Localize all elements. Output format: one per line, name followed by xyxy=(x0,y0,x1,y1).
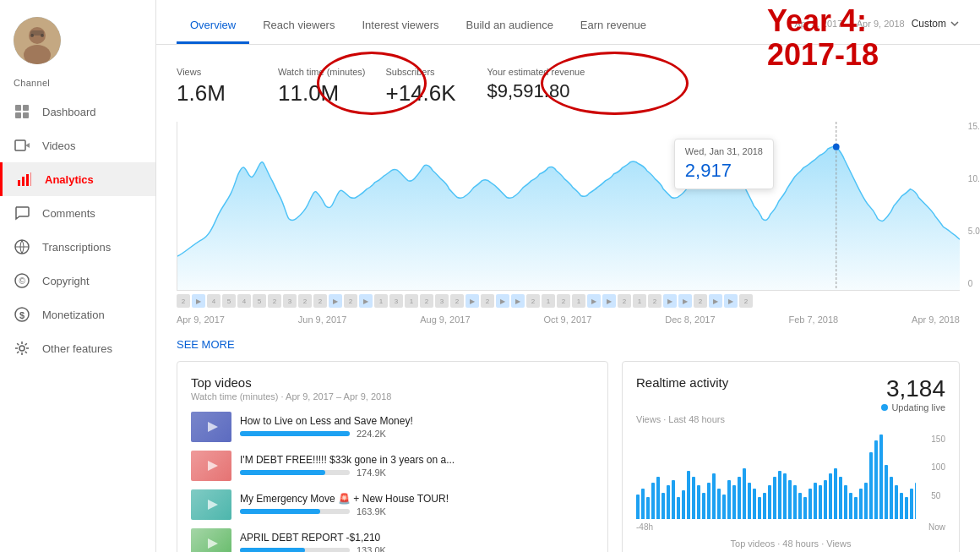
rt-bar xyxy=(768,485,771,519)
video-row-1[interactable]: How to Live on Less and Save Money! 224.… xyxy=(191,412,594,442)
sidebar-item-dashboard[interactable]: Dashboard xyxy=(0,95,155,128)
rt-bar xyxy=(738,477,741,519)
tick: ▶ xyxy=(663,294,677,308)
see-more-button[interactable]: SEE MORE xyxy=(156,331,980,361)
rt-bar xyxy=(844,485,847,519)
chevron-down-icon xyxy=(950,19,960,29)
x-label-0: Apr 9, 2017 xyxy=(177,314,225,325)
stat-views: Views 1.6M xyxy=(177,58,278,115)
sidebar-transcriptions-label: Transcriptions xyxy=(42,241,111,254)
rt-bar xyxy=(854,497,858,519)
sidebar-item-copyright[interactable]: © Copyright xyxy=(0,264,155,298)
rt-bar xyxy=(697,485,700,519)
sidebar-item-monetization[interactable]: $ Monetization xyxy=(0,298,155,331)
tick: ▶ xyxy=(602,294,616,308)
rt-bar xyxy=(646,497,650,519)
rt-bar xyxy=(859,489,863,519)
tick: 3 xyxy=(283,294,297,308)
rt-bar xyxy=(682,490,685,519)
tick: 2 xyxy=(268,294,281,308)
sidebar-item-analytics[interactable]: Analytics xyxy=(0,162,155,196)
nav-tabs: Overview Reach viewers Interest viewers … xyxy=(177,10,660,44)
svg-rect-6 xyxy=(15,105,21,111)
tick: 5 xyxy=(253,294,266,308)
transcriptions-icon xyxy=(14,238,30,255)
tab-reach-viewers[interactable]: Reach viewers xyxy=(249,10,348,44)
tab-earn-revenue[interactable]: Earn revenue xyxy=(567,10,660,44)
rt-bar xyxy=(662,493,665,519)
sidebar: Channel Dashboard Videos Analytics Comme… xyxy=(0,0,156,552)
video-count-1: 224.2K xyxy=(357,429,386,439)
sidebar-analytics-label: Analytics xyxy=(45,173,94,186)
watch-value: 11.0M xyxy=(278,80,366,107)
rt-bar xyxy=(773,477,776,519)
realtime-chart xyxy=(636,434,916,519)
sidebar-item-transcriptions[interactable]: Transcriptions xyxy=(0,230,155,264)
svg-marker-26 xyxy=(208,461,218,471)
top-videos-title: Top videos xyxy=(191,375,594,390)
video-bar-bg-4 xyxy=(240,548,350,552)
sidebar-item-videos[interactable]: Videos xyxy=(0,128,155,162)
rt-bar xyxy=(885,465,888,519)
chart-tooltip: Wed, Jan 31, 2018 2,917 xyxy=(674,139,774,189)
tab-build-audience[interactable]: Build an audience xyxy=(453,10,567,44)
video-bar-fill-3 xyxy=(240,509,320,514)
video-thumb-3 xyxy=(191,489,231,520)
rt-bar xyxy=(824,480,827,519)
tick: 3 xyxy=(389,294,403,308)
rt-bar xyxy=(879,434,883,519)
chart-container: Wed, Jan 31, 2018 2,917 15.0K 10.0K 5.0K… xyxy=(177,122,960,291)
svg-rect-8 xyxy=(15,112,21,118)
video-info-3: My Emergency Move 🚨 + New House TOUR! 16… xyxy=(240,493,594,516)
sidebar-item-comments[interactable]: Comments xyxy=(0,196,155,230)
video-count-2: 174.9K xyxy=(357,467,386,478)
sidebar-item-other-features[interactable]: Other features xyxy=(0,331,155,365)
rt-bar xyxy=(712,473,716,519)
realtime-subtitle: Views · Last 48 hours xyxy=(636,414,945,424)
video-bar-wrap-4: 133.0K xyxy=(240,545,594,552)
date-select[interactable]: Custom xyxy=(912,18,960,30)
subscribers-value: +14.6K xyxy=(386,80,467,107)
y-label-4: 0 xyxy=(968,279,980,288)
video-row-3[interactable]: My Emergency Move 🚨 + New House TOUR! 16… xyxy=(191,489,594,520)
video-bar-bg-2 xyxy=(240,470,350,475)
tick: ▶ xyxy=(496,294,509,308)
video-title-2: I'M DEBT FREE!!!!! $33k gone in 3 years … xyxy=(240,454,594,466)
rt-bar xyxy=(656,477,660,519)
svg-point-2 xyxy=(24,45,51,64)
video-bar-bg-3 xyxy=(240,509,350,514)
top-videos-subtitle: Watch time (minutes) · Apr 9, 2017 – Apr… xyxy=(191,391,594,402)
tick: 3 xyxy=(435,294,449,308)
avatar-section xyxy=(0,8,155,78)
video-bar-bg-1 xyxy=(240,431,350,436)
live-label: Updating live xyxy=(891,402,945,413)
tab-interest-viewers[interactable]: Interest viewers xyxy=(348,10,452,44)
svg-point-24 xyxy=(833,144,840,150)
tick: 4 xyxy=(237,294,251,308)
svg-marker-28 xyxy=(208,538,218,549)
stats-section: Views 1.6M Watch time (minutes) 11.0M Su… xyxy=(156,45,980,122)
rt-bar xyxy=(829,473,832,519)
tick: 2 xyxy=(557,294,570,308)
rt-bar xyxy=(641,489,645,519)
svg-rect-12 xyxy=(18,180,20,186)
rt-bar xyxy=(788,480,792,519)
video-count-4: 133.0K xyxy=(357,545,386,552)
video-thumb-4 xyxy=(191,528,231,552)
tick: ▶ xyxy=(192,294,205,308)
svg-rect-13 xyxy=(22,177,24,186)
tick: 2 xyxy=(420,294,433,308)
video-row-4[interactable]: APRIL DEBT REPORT -$1,210 133.0K xyxy=(191,528,594,552)
stat-subscribers: Subscribers +14.6K xyxy=(386,58,487,115)
video-info-1: How to Live on Less and Save Money! 224.… xyxy=(240,415,594,439)
tick: ▶ xyxy=(359,294,373,308)
tick: ▶ xyxy=(678,294,692,308)
video-row-2[interactable]: I'M DEBT FREE!!!!! $33k gone in 3 years … xyxy=(191,451,594,481)
x-axis-labels: Apr 9, 2017 Jun 9, 2017 Aug 9, 2017 Oct … xyxy=(177,311,960,331)
realtime-footer: Top videos · 48 hours · Views xyxy=(636,538,945,549)
tick: ▶ xyxy=(587,294,601,308)
tab-overview[interactable]: Overview xyxy=(177,10,249,44)
rt-bar xyxy=(915,483,916,519)
realtime-panel: Realtime activity 3,184 Updating live Vi… xyxy=(622,361,960,552)
rt-bar xyxy=(672,480,675,519)
